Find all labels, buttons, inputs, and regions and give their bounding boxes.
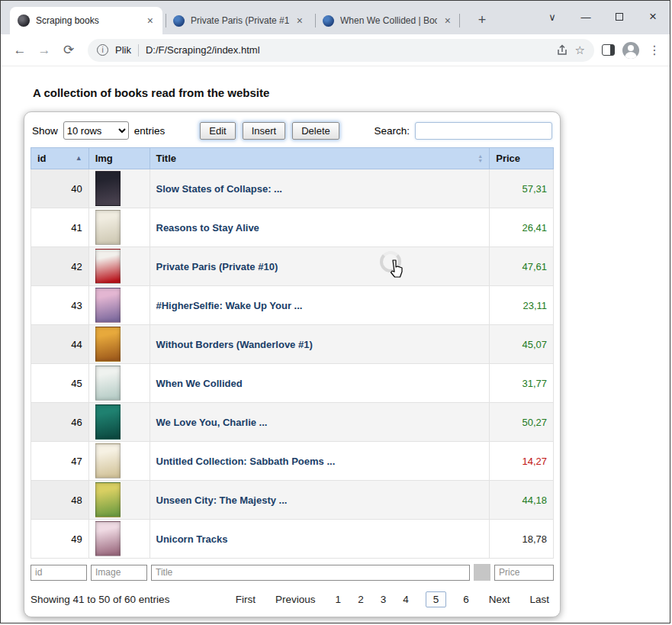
book-price: 14,27 — [522, 456, 547, 467]
url-text: D:/F/Scraping2/index.html — [146, 44, 549, 56]
book-price: 26,41 — [522, 222, 547, 234]
cell-price: 47,61 — [490, 247, 554, 286]
pagination-page-4[interactable]: 4 — [403, 594, 409, 605]
cell-id: 49 — [31, 520, 89, 559]
cell-price: 26,41 — [490, 208, 554, 247]
close-tab-icon[interactable]: × — [443, 14, 452, 27]
book-title: Without Borders (Wanderlove #1) — [156, 339, 313, 350]
table-row[interactable]: 47 Untitled Collection: Sabbath Poems ..… — [31, 442, 554, 481]
pagination-page-1[interactable]: 1 — [336, 594, 342, 605]
cell-img — [88, 442, 150, 481]
filter-image-input[interactable] — [91, 565, 147, 581]
table-row[interactable]: 48 Unseen City: The Majesty ... 44,18 — [31, 481, 554, 520]
tab-scraping-books[interactable]: Scraping books × — [10, 7, 162, 34]
search-input[interactable] — [415, 122, 552, 140]
new-tab-button[interactable]: + — [472, 10, 492, 30]
page-length-select[interactable]: 10 rows — [63, 121, 129, 140]
pagination-next[interactable]: Next — [489, 594, 510, 605]
pagination-numbers: 1 2 3 4 5 6 — [336, 591, 469, 607]
cell-img — [88, 481, 150, 520]
back-icon[interactable]: ← — [8, 43, 31, 58]
profile-avatar[interactable] — [622, 42, 639, 59]
browser-menu-icon[interactable]: ⋮ — [647, 43, 662, 57]
pagination-page-2[interactable]: 2 — [358, 594, 364, 605]
filter-id-input[interactable] — [31, 565, 87, 581]
forward-icon[interactable]: → — [33, 43, 56, 58]
cell-title: Unseen City: The Majesty ... — [150, 481, 490, 520]
tab-favicon-icon — [18, 14, 30, 27]
minimize-button[interactable]: — — [569, 1, 603, 33]
cell-id: 42 — [31, 247, 89, 286]
edit-button[interactable]: Edit — [200, 122, 235, 140]
table-row[interactable]: 44 Without Borders (Wanderlove #1) 45,07 — [31, 325, 554, 364]
tab-search-icon[interactable]: ∨ — [535, 1, 569, 33]
book-price: 23,11 — [522, 300, 547, 311]
cell-title: Private Paris (Private #10) — [150, 247, 490, 286]
reload-icon[interactable]: ⟳ — [57, 42, 80, 58]
table-row[interactable]: 40 Slow States of Collapse: ... 57,31 — [31, 169, 554, 208]
cell-price: 50,27 — [490, 403, 554, 442]
pagination-first[interactable]: First — [236, 594, 256, 605]
maximize-icon — [616, 13, 623, 21]
cell-title: When We Collided — [150, 364, 490, 403]
pagination-page-current[interactable]: 5 — [426, 591, 447, 607]
cell-img — [88, 208, 150, 247]
book-price: 47,61 — [522, 261, 547, 272]
cell-price: 45,07 — [490, 325, 554, 364]
share-icon[interactable] — [556, 44, 568, 56]
insert-button[interactable]: Insert — [243, 122, 286, 140]
book-title: Untitled Collection: Sabbath Poems ... — [156, 456, 336, 467]
book-cover-image — [95, 288, 121, 323]
table-row[interactable]: 46 We Love You, Charlie ... 50,27 — [31, 403, 554, 442]
close-tab-icon[interactable]: × — [295, 14, 304, 27]
book-price: 45,07 — [522, 339, 547, 350]
address-bar[interactable]: i Plik D:/F/Scraping2/index.html ☆ — [88, 39, 594, 62]
book-cover-image — [95, 249, 121, 284]
table-header-row: id▲ Img Title▲▼ Price — [31, 148, 554, 169]
tab-when-we-collided[interactable]: When We Collided | Boo × — [315, 7, 460, 34]
close-window-button[interactable]: × — [636, 1, 670, 33]
filter-title-input[interactable] — [151, 565, 470, 581]
pagination-last[interactable]: Last — [529, 594, 549, 605]
table-row[interactable]: 49 Unicorn Tracks 18,78 — [31, 520, 554, 559]
book-cover-image — [95, 366, 121, 401]
column-label: Price — [496, 153, 520, 164]
book-price: 57,31 — [522, 183, 547, 195]
cell-title: Slow States of Collapse: ... — [150, 169, 490, 208]
show-label: Show — [32, 125, 58, 137]
pagination-previous[interactable]: Previous — [275, 594, 316, 605]
cell-id: 41 — [31, 208, 89, 247]
column-header-id[interactable]: id▲ — [31, 148, 89, 169]
sort-both-icon: ▲▼ — [477, 154, 483, 163]
delete-button[interactable]: Delete — [292, 122, 339, 140]
close-tab-icon[interactable]: × — [146, 14, 155, 27]
table-row[interactable]: 42 Private Paris (Private #10) 47,61 — [31, 247, 554, 286]
search-label: Search: — [374, 125, 410, 137]
column-header-img[interactable]: Img — [88, 148, 150, 169]
book-title: Slow States of Collapse: ... — [156, 183, 282, 195]
bookmark-star-icon[interactable]: ☆ — [575, 43, 585, 57]
side-panel-icon[interactable] — [602, 44, 615, 56]
column-label: Img — [95, 153, 113, 164]
table-row[interactable]: 45 When We Collided 31,77 — [31, 364, 554, 403]
book-title: Unicorn Tracks — [156, 533, 228, 545]
filter-price-input[interactable] — [494, 565, 554, 581]
cell-img — [88, 286, 150, 325]
pagination-page-6[interactable]: 6 — [463, 594, 469, 605]
window-caption-controls: ∨ — × — [535, 1, 670, 33]
tab-favicon-icon — [323, 15, 334, 27]
info-icon[interactable]: i — [97, 44, 108, 56]
maximize-button[interactable] — [603, 1, 636, 33]
cell-price: 57,31 — [490, 169, 554, 208]
cell-title: Untitled Collection: Sabbath Poems ... — [150, 442, 490, 481]
tab-private-paris[interactable]: Private Paris (Private #10 × — [166, 7, 312, 34]
table-row[interactable]: 41 Reasons to Stay Alive 26,41 — [31, 208, 554, 247]
column-header-price[interactable]: Price — [490, 148, 554, 169]
tab-favicon-icon — [173, 15, 185, 27]
pagination-page-3[interactable]: 3 — [381, 594, 387, 605]
table-row[interactable]: 43 #HigherSelfie: Wake Up Your ... 23,11 — [31, 286, 554, 325]
book-cover-image — [95, 443, 121, 478]
cell-img — [88, 247, 150, 286]
page-title: A collection of books read from the webs… — [33, 86, 670, 99]
column-header-title[interactable]: Title▲▼ — [150, 148, 490, 169]
